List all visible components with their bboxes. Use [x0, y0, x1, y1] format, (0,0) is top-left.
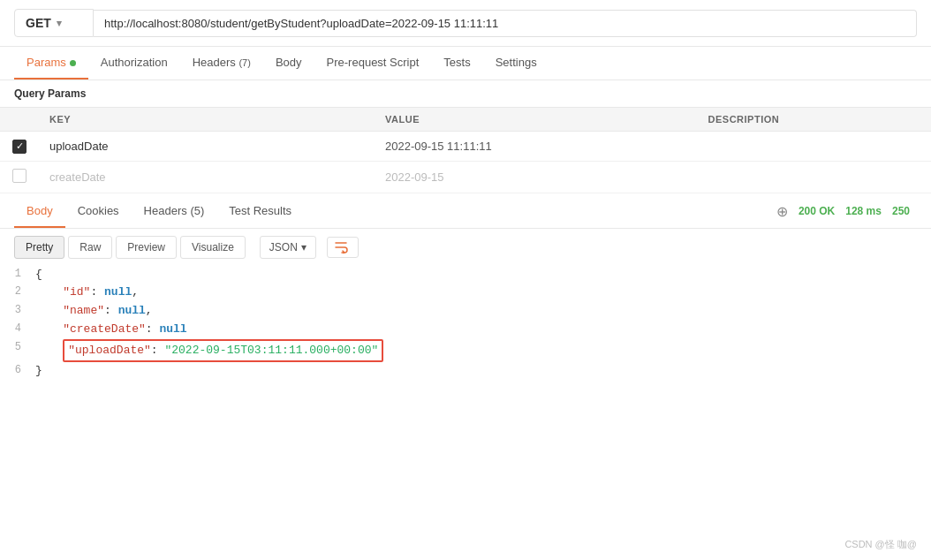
line-content-4: "createDate": null — [35, 321, 931, 339]
code-line-1: 1 { — [0, 266, 931, 284]
code-line-5: 5 "uploadDate": "2022-09-15T03:11:11.000… — [0, 339, 931, 363]
params-table-header: KEY VALUE DESCRIPTION — [0, 108, 931, 132]
response-tab-headers[interactable]: Headers (5) — [132, 195, 217, 228]
format-tab-visualize[interactable]: Visualize — [180, 236, 246, 259]
method-select[interactable]: GET ▾ — [14, 9, 94, 37]
params-dot — [70, 60, 76, 66]
status-time-badge: 128 ms — [845, 205, 882, 217]
line-num-4: 4 — [0, 321, 35, 337]
tab-params[interactable]: Params — [14, 47, 88, 79]
method-chevron-icon: ▾ — [57, 18, 62, 29]
col-description: DESCRIPTION — [698, 108, 931, 132]
status-size-badge: 250 — [892, 205, 910, 217]
col-key: KEY — [39, 108, 375, 132]
format-tab-preview[interactable]: Preview — [116, 236, 177, 259]
response-tab-body[interactable]: Body — [14, 195, 65, 228]
response-tab-test-results[interactable]: Test Results — [216, 195, 304, 228]
row2-checkbox-cell[interactable] — [0, 161, 39, 193]
line-content-2: "id": null, — [35, 284, 931, 302]
checkbox-checked-icon[interactable]: ✓ — [12, 140, 26, 154]
line-num-3: 3 — [0, 302, 35, 319]
line-content-5: "uploadDate": "2022-09-15T03:11:11.000+0… — [35, 339, 931, 363]
json-dropdown-chevron-icon: ▾ — [301, 241, 307, 254]
tab-body[interactable]: Body — [263, 47, 314, 79]
row1-description — [698, 132, 931, 162]
code-line-2: 2 "id": null, — [0, 284, 931, 302]
params-table: KEY VALUE DESCRIPTION ✓ uploadDate 2022-… — [0, 108, 931, 193]
line-content-1: { — [35, 266, 931, 284]
json-format-dropdown[interactable]: JSON ▾ — [260, 236, 316, 259]
table-row: createDate 2022-09-15 — [0, 161, 931, 193]
tab-authorization[interactable]: Authorization — [88, 47, 180, 79]
tab-headers[interactable]: Headers (7) — [180, 47, 263, 79]
tab-tests[interactable]: Tests — [431, 47, 482, 79]
query-params-label: Query Params — [0, 80, 931, 108]
format-tab-pretty[interactable]: Pretty — [14, 236, 64, 259]
line-num-6: 6 — [0, 362, 35, 379]
watermark: CSDN @怪 咖@ — [844, 538, 917, 551]
url-input[interactable] — [94, 10, 917, 37]
row2-key[interactable]: createDate — [39, 161, 375, 193]
row2-value[interactable]: 2022-09-15 — [375, 161, 698, 193]
col-value: VALUE — [375, 108, 698, 132]
row1-checkbox-cell[interactable]: ✓ — [0, 132, 39, 162]
method-label: GET — [26, 16, 51, 30]
row1-key[interactable]: uploadDate — [39, 132, 375, 162]
col-checkbox — [0, 108, 39, 132]
tab-settings[interactable]: Settings — [483, 47, 549, 79]
response-tabs: Body Cookies Headers (5) Test Results ⊕ … — [0, 195, 931, 229]
tab-pre-request[interactable]: Pre-request Script — [314, 47, 432, 79]
wrap-response-button[interactable] — [327, 237, 359, 258]
table-row: ✓ uploadDate 2022-09-15 11:11:11 — [0, 132, 931, 162]
url-bar: GET ▾ — [0, 0, 931, 47]
request-tabs: Params Authorization Headers (7) Body Pr… — [0, 47, 931, 80]
line-num-1: 1 — [0, 266, 35, 283]
globe-icon: ⊕ — [776, 203, 788, 220]
checkbox-unchecked-icon[interactable] — [12, 169, 26, 183]
line-num-2: 2 — [0, 284, 35, 300]
response-tab-cookies[interactable]: Cookies — [65, 195, 132, 228]
line-num-5: 5 — [0, 339, 35, 356]
row2-description — [698, 161, 931, 193]
line-content-3: "name": null, — [35, 302, 931, 321]
status-ok-badge: 200 OK — [799, 205, 835, 217]
line-content-6: } — [35, 362, 931, 381]
format-tab-raw[interactable]: Raw — [68, 236, 112, 259]
code-line-6: 6 } — [0, 362, 931, 381]
code-line-4: 4 "createDate": null — [0, 321, 931, 339]
row1-value[interactable]: 2022-09-15 11:11:11 — [375, 132, 698, 162]
format-tabs: Pretty Raw Preview Visualize JSON ▾ — [0, 229, 931, 266]
code-line-3: 3 "name": null, — [0, 302, 931, 321]
response-status-bar: ⊕ 200 OK 128 ms 250 — [776, 203, 917, 220]
code-view: 1 { 2 "id": null, 3 "name": null, 4 "cre… — [0, 266, 931, 396]
